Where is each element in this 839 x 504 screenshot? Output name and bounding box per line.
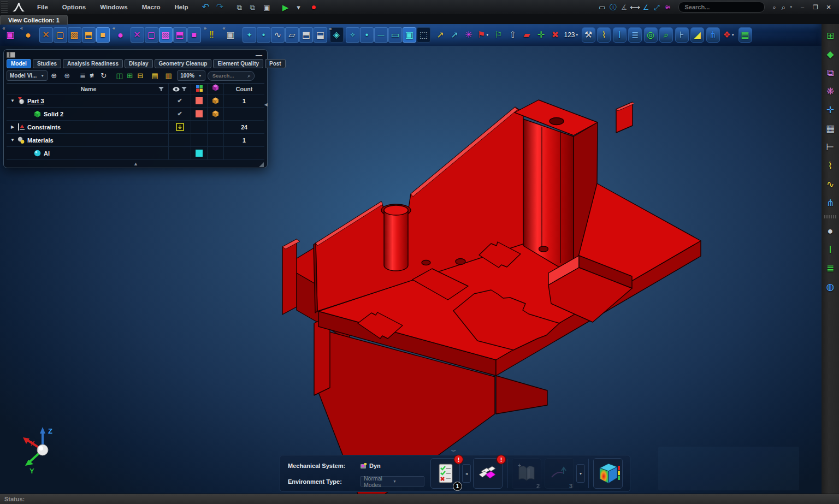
filter-curve-icon[interactable]: ∿ [271, 27, 285, 43]
undo-icon[interactable]: ↶ [200, 2, 211, 13]
isolate-shown-icon[interactable]: ◫ [114, 71, 125, 81]
solid-magenta-icon[interactable]: ■ [187, 27, 201, 43]
show-entities-icon[interactable]: ▣« [4, 27, 17, 43]
menu-help[interactable]: Help [175, 4, 188, 10]
tree-row-constraints[interactable]: ▶Constraints24 [7, 121, 264, 134]
save-icon[interactable]: ▣ [261, 2, 272, 13]
display-sphere-orange-icon[interactable]: ●« [21, 27, 35, 43]
restore-button[interactable]: ❐ [812, 4, 819, 11]
mechanical-system-value[interactable]: Dyn [360, 463, 381, 469]
visibility-cell[interactable] [168, 121, 191, 133]
diamond-grid-icon[interactable]: ❖▾ [722, 27, 735, 43]
display-sphere-magenta-icon[interactable]: ●« [114, 27, 127, 43]
filter-funnel-icon[interactable] [181, 84, 187, 94]
tab-view-collection[interactable]: View Collection: 1 [0, 15, 68, 25]
representation-cell[interactable] [207, 134, 223, 146]
sheet-stack-icon[interactable]: ≣ [628, 27, 642, 43]
add-subgroup-icon[interactable]: ⊕ [62, 71, 72, 81]
expander-icon[interactable]: ▼ [9, 98, 16, 103]
hiddenline-orange-icon[interactable]: ▩ [68, 27, 81, 43]
sidebar-divider[interactable] [824, 215, 836, 218]
move-triad-icon[interactable]: ✛ [823, 100, 838, 119]
tiles-compare-icon[interactable]: ▰ [520, 27, 534, 43]
modes-book-button[interactable]: + 2 [512, 458, 541, 489]
shaded-magenta-icon[interactable]: ⬒ [173, 27, 187, 43]
panel-side-handle[interactable]: ◀ [264, 102, 268, 107]
spotlight-icon[interactable]: ◢ [690, 27, 704, 43]
measure-distance-icon[interactable]: ⟷ [629, 2, 640, 13]
model-view-dropdown[interactable]: Model Vi...▼ [7, 70, 48, 81]
close-button[interactable]: ✕ [825, 4, 832, 11]
reverse-visibility-icon[interactable]: ↻ [98, 71, 109, 81]
show-all-icon[interactable]: ≣ [78, 71, 88, 81]
list-columns-icon[interactable]: ▤ [150, 71, 160, 81]
move-element-icon[interactable]: ↗ [448, 27, 462, 43]
filter-solid-icon[interactable]: ⬒ [299, 27, 313, 43]
numbering-123-icon[interactable]: 123▾ [564, 27, 578, 43]
filter-vertex-icon[interactable]: ✦ [243, 27, 256, 43]
wireframe-orange-icon[interactable]: ▢ [54, 27, 67, 43]
run-options-dropdown-icon[interactable]: ▾ [293, 2, 304, 13]
search-scope-dropdown-icon[interactable]: ▾ [790, 5, 792, 9]
color-cell[interactable] [191, 147, 207, 159]
color-cell[interactable] [191, 94, 207, 107]
step-three-button[interactable]: 3 [545, 458, 574, 489]
pick-point-icon[interactable]: • [360, 27, 374, 43]
hide-orange-icon[interactable]: ✕ [39, 27, 53, 43]
visibility-cell[interactable] [168, 134, 191, 146]
visibility-cell[interactable]: ✔ [168, 108, 191, 120]
beam-section-icon[interactable]: I [613, 27, 627, 43]
representation-cell[interactable] [207, 147, 223, 159]
triad-points-icon[interactable]: ✛ [534, 27, 548, 43]
filter-funnel-icon[interactable] [158, 84, 164, 94]
menu-windows[interactable]: Windows [100, 4, 127, 10]
tab-element-quality[interactable]: Element Quality [213, 59, 263, 68]
collapse-left-arrow-button[interactable]: ◂ [462, 464, 471, 483]
vehicle-icon[interactable]: ▤ [738, 27, 752, 43]
coupling-green-icon[interactable]: ◎ [644, 27, 658, 43]
measure-diagonal-icon[interactable]: ⤢ [651, 2, 662, 13]
tab-geometry-cleanup[interactable]: Geometry Cleanup [155, 59, 212, 68]
redo-icon[interactable]: ↷ [214, 2, 225, 13]
run-solver-icon[interactable]: ▶ [280, 2, 291, 13]
tab-model[interactable]: Model [7, 59, 31, 68]
representation-cube-icon[interactable] [211, 84, 220, 94]
boundary-support-icon[interactable]: ⊢ [823, 138, 838, 156]
tab-studies[interactable]: Studies [33, 59, 61, 68]
open-model-icon[interactable]: ⧉ [234, 2, 245, 13]
loadcase-tiles-button[interactable]: ! [473, 458, 503, 489]
representation-cell[interactable] [207, 108, 223, 120]
results-contour-button[interactable] [593, 458, 623, 489]
filter-mixed-icon[interactable]: ⬓ [314, 27, 327, 43]
pick-body-icon[interactable]: ▣ [403, 27, 416, 43]
expander-icon[interactable]: ▶ [9, 124, 16, 129]
panel-resize-corner[interactable] [259, 162, 264, 167]
solid-orange-icon[interactable]: ■ [96, 27, 110, 43]
step-options-dropdown[interactable]: ▾ [576, 464, 585, 483]
minimize-button[interactable]: – [799, 4, 806, 11]
shaded-orange-icon[interactable]: ⬒ [82, 27, 96, 43]
signal-wave-icon[interactable]: ∿ [823, 175, 838, 193]
analysis-checklist-button[interactable]: ! 1 [430, 458, 460, 489]
probe-tool-icon[interactable]: ⚒ [582, 27, 595, 43]
expand-all-icon[interactable]: ⊞ [125, 71, 135, 81]
morph-points-icon[interactable]: ❋ [823, 82, 838, 100]
cone-flag-icon[interactable]: ⚑▾ [476, 27, 490, 43]
section-stack-icon[interactable]: ≋ [662, 2, 673, 13]
filter-surface-icon[interactable]: ▱ [285, 27, 299, 43]
color-cell[interactable] [191, 108, 207, 120]
color-cell[interactable] [191, 121, 207, 133]
measure-arc-icon[interactable]: ∠ [640, 2, 651, 13]
tree-row-al[interactable]: Al [7, 147, 264, 160]
plane-pull-icon[interactable]: ⇧ [506, 27, 519, 43]
visibility-cell[interactable] [168, 147, 191, 159]
find-green-icon[interactable]: ⌕ [659, 27, 673, 43]
expander-icon[interactable]: ▼ [9, 138, 16, 143]
show-warnings-icon[interactable]: ‼» [205, 27, 218, 43]
pick-advanced-icon[interactable]: ⬚ [417, 27, 430, 43]
panel-collapse-handle[interactable]: ▲ [133, 161, 138, 167]
color-cell[interactable] [191, 134, 207, 146]
filter-point-icon[interactable]: • [257, 27, 270, 43]
visibility-cell[interactable]: ✔ [168, 94, 191, 107]
menu-macro[interactable]: Macro [142, 4, 161, 10]
